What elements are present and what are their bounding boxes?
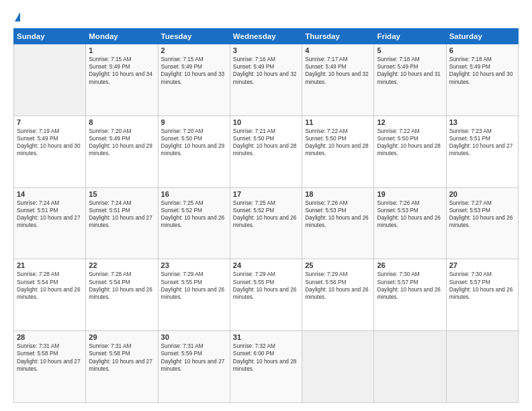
day-number: 5 — [377, 46, 443, 54]
calendar-cell: 19 Sunrise: 7:26 AM Sunset: 5:53 PM Dayl… — [374, 187, 446, 259]
day-number: 26 — [377, 261, 443, 269]
calendar-cell: 13 Sunrise: 7:23 AM Sunset: 5:51 PM Dayl… — [446, 116, 518, 187]
day-number: 6 — [449, 46, 515, 54]
day-header-thursday: Thursday — [302, 29, 374, 44]
calendar-cell: 2 Sunrise: 7:15 AM Sunset: 5:49 PM Dayli… — [158, 44, 230, 116]
calendar-cell: 28 Sunrise: 7:31 AM Sunset: 5:58 PM Dayl… — [14, 331, 86, 403]
day-number: 21 — [17, 261, 83, 269]
day-number: 17 — [233, 190, 299, 198]
day-number: 4 — [305, 46, 371, 54]
logo-triangle-icon — [15, 12, 20, 21]
cell-info: Sunrise: 7:19 AM Sunset: 5:49 PM Dayligh… — [17, 128, 83, 158]
day-number: 7 — [17, 118, 83, 126]
calendar-cell — [446, 331, 518, 403]
calendar-cell: 12 Sunrise: 7:22 AM Sunset: 5:50 PM Dayl… — [374, 116, 446, 187]
day-number: 18 — [305, 190, 371, 198]
cell-info: Sunrise: 7:15 AM Sunset: 5:49 PM Dayligh… — [89, 56, 154, 86]
cell-info: Sunrise: 7:24 AM Sunset: 5:51 PM Dayligh… — [17, 199, 83, 230]
calendar-cell: 16 Sunrise: 7:25 AM Sunset: 5:52 PM Dayl… — [158, 187, 230, 259]
day-header-sunday: Sunday — [14, 29, 86, 44]
day-number: 3 — [233, 46, 299, 54]
cell-info: Sunrise: 7:28 AM Sunset: 5:54 PM Dayligh… — [89, 271, 154, 301]
day-number: 22 — [89, 261, 154, 269]
cell-info: Sunrise: 7:28 AM Sunset: 5:54 PM Dayligh… — [17, 271, 83, 301]
day-number: 2 — [161, 46, 227, 54]
calendar-cell: 26 Sunrise: 7:30 AM Sunset: 5:57 PM Dayl… — [374, 259, 446, 331]
calendar-cell: 4 Sunrise: 7:17 AM Sunset: 5:49 PM Dayli… — [302, 44, 374, 116]
cell-info: Sunrise: 7:30 AM Sunset: 5:57 PM Dayligh… — [449, 271, 515, 301]
day-number: 12 — [377, 118, 443, 126]
day-header-wednesday: Wednesday — [230, 29, 302, 44]
cell-info: Sunrise: 7:26 AM Sunset: 5:53 PM Dayligh… — [377, 199, 443, 230]
cell-info: Sunrise: 7:25 AM Sunset: 5:52 PM Dayligh… — [233, 199, 299, 230]
cell-info: Sunrise: 7:21 AM Sunset: 5:50 PM Dayligh… — [233, 128, 299, 158]
cell-info: Sunrise: 7:15 AM Sunset: 5:49 PM Dayligh… — [161, 56, 227, 86]
cell-info: Sunrise: 7:23 AM Sunset: 5:51 PM Dayligh… — [449, 128, 515, 158]
day-number: 16 — [161, 190, 227, 198]
day-number: 20 — [449, 190, 515, 198]
logo — [13, 12, 21, 21]
day-header-monday: Monday — [86, 29, 158, 44]
cell-info: Sunrise: 7:31 AM Sunset: 5:58 PM Dayligh… — [17, 342, 83, 373]
calendar-cell: 8 Sunrise: 7:20 AM Sunset: 5:49 PM Dayli… — [86, 116, 158, 187]
day-number: 29 — [89, 333, 154, 341]
calendar-cell: 3 Sunrise: 7:16 AM Sunset: 5:49 PM Dayli… — [230, 44, 302, 116]
calendar-cell — [374, 331, 446, 403]
calendar-cell: 31 Sunrise: 7:32 AM Sunset: 6:00 PM Dayl… — [230, 331, 302, 403]
day-number: 31 — [233, 333, 299, 341]
cell-info: Sunrise: 7:22 AM Sunset: 5:50 PM Dayligh… — [377, 128, 443, 158]
calendar-header-row: SundayMondayTuesdayWednesdayThursdayFrid… — [14, 29, 519, 44]
day-header-friday: Friday — [374, 29, 446, 44]
cell-info: Sunrise: 7:25 AM Sunset: 5:52 PM Dayligh… — [161, 199, 227, 230]
day-number: 24 — [233, 261, 299, 269]
cell-info: Sunrise: 7:29 AM Sunset: 5:55 PM Dayligh… — [233, 271, 299, 301]
cell-info: Sunrise: 7:26 AM Sunset: 5:53 PM Dayligh… — [305, 199, 371, 230]
calendar-week-row: 7 Sunrise: 7:19 AM Sunset: 5:49 PM Dayli… — [14, 116, 519, 187]
calendar-cell — [14, 44, 86, 116]
calendar-cell: 25 Sunrise: 7:29 AM Sunset: 5:56 PM Dayl… — [302, 259, 374, 331]
calendar-cell: 1 Sunrise: 7:15 AM Sunset: 5:49 PM Dayli… — [86, 44, 158, 116]
calendar-cell: 17 Sunrise: 7:25 AM Sunset: 5:52 PM Dayl… — [230, 187, 302, 259]
cell-info: Sunrise: 7:18 AM Sunset: 5:49 PM Dayligh… — [377, 56, 443, 86]
cell-info: Sunrise: 7:29 AM Sunset: 5:56 PM Dayligh… — [305, 271, 371, 301]
calendar-cell: 6 Sunrise: 7:18 AM Sunset: 5:49 PM Dayli… — [446, 44, 518, 116]
day-number: 23 — [161, 261, 227, 269]
cell-info: Sunrise: 7:22 AM Sunset: 5:50 PM Dayligh… — [305, 128, 371, 158]
page: SundayMondayTuesdayWednesdayThursdayFrid… — [0, 0, 532, 411]
day-header-saturday: Saturday — [446, 29, 518, 44]
calendar-week-row: 14 Sunrise: 7:24 AM Sunset: 5:51 PM Dayl… — [14, 187, 519, 259]
cell-info: Sunrise: 7:17 AM Sunset: 5:49 PM Dayligh… — [305, 56, 371, 86]
day-number: 19 — [377, 190, 443, 198]
calendar-cell — [302, 331, 374, 403]
day-number: 9 — [161, 118, 227, 126]
calendar-cell: 18 Sunrise: 7:26 AM Sunset: 5:53 PM Dayl… — [302, 187, 374, 259]
day-number: 30 — [161, 333, 227, 341]
calendar-cell: 30 Sunrise: 7:31 AM Sunset: 5:59 PM Dayl… — [158, 331, 230, 403]
cell-info: Sunrise: 7:32 AM Sunset: 6:00 PM Dayligh… — [233, 342, 299, 373]
calendar-cell: 14 Sunrise: 7:24 AM Sunset: 5:51 PM Dayl… — [14, 187, 86, 259]
calendar-cell: 11 Sunrise: 7:22 AM Sunset: 5:50 PM Dayl… — [302, 116, 374, 187]
calendar-cell: 24 Sunrise: 7:29 AM Sunset: 5:55 PM Dayl… — [230, 259, 302, 331]
calendar-cell: 9 Sunrise: 7:20 AM Sunset: 5:50 PM Dayli… — [158, 116, 230, 187]
calendar-cell: 7 Sunrise: 7:19 AM Sunset: 5:49 PM Dayli… — [14, 116, 86, 187]
day-number: 27 — [449, 261, 515, 269]
calendar-cell: 29 Sunrise: 7:31 AM Sunset: 5:58 PM Dayl… — [86, 331, 158, 403]
calendar-week-row: 1 Sunrise: 7:15 AM Sunset: 5:49 PM Dayli… — [14, 44, 519, 116]
day-number: 13 — [449, 118, 515, 126]
day-number: 11 — [305, 118, 371, 126]
cell-info: Sunrise: 7:20 AM Sunset: 5:50 PM Dayligh… — [161, 128, 227, 158]
day-number: 28 — [17, 333, 83, 341]
day-number: 1 — [89, 46, 154, 54]
cell-info: Sunrise: 7:29 AM Sunset: 5:55 PM Dayligh… — [161, 271, 227, 301]
day-number: 25 — [305, 261, 371, 269]
calendar-table: SundayMondayTuesdayWednesdayThursdayFrid… — [13, 28, 519, 403]
cell-info: Sunrise: 7:24 AM Sunset: 5:51 PM Dayligh… — [89, 199, 154, 230]
day-number: 8 — [89, 118, 154, 126]
calendar-week-row: 21 Sunrise: 7:28 AM Sunset: 5:54 PM Dayl… — [14, 259, 519, 331]
cell-info: Sunrise: 7:16 AM Sunset: 5:49 PM Dayligh… — [233, 56, 299, 86]
calendar-cell: 20 Sunrise: 7:27 AM Sunset: 5:53 PM Dayl… — [446, 187, 518, 259]
day-number: 10 — [233, 118, 299, 126]
calendar-cell: 27 Sunrise: 7:30 AM Sunset: 5:57 PM Dayl… — [446, 259, 518, 331]
calendar-cell: 5 Sunrise: 7:18 AM Sunset: 5:49 PM Dayli… — [374, 44, 446, 116]
day-number: 14 — [17, 190, 83, 198]
